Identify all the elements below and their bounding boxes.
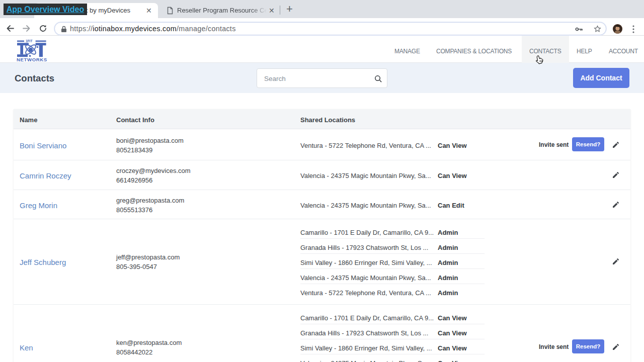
svg-text:1FIT: 1FIT bbox=[26, 39, 32, 43]
svg-text:NETWORKS: NETWORKS bbox=[17, 57, 47, 62]
